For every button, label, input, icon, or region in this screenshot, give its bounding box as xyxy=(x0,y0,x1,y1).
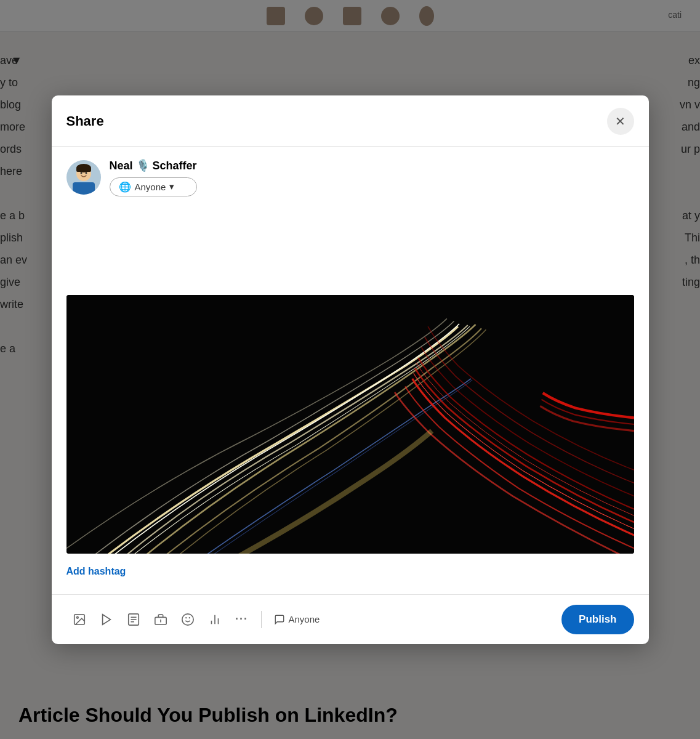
footer-toolbar: ··· Anyone xyxy=(66,607,560,632)
microphone-emoji: 🎙️ xyxy=(136,160,153,172)
modal-footer: ··· Anyone Publish xyxy=(52,594,649,644)
modal-title: Share xyxy=(66,113,104,129)
close-icon: ✕ xyxy=(615,114,626,129)
more-dots-icon: ··· xyxy=(235,613,248,626)
user-name: Neal 🎙️ Schaffer xyxy=(110,159,197,172)
globe-icon: 🌐 xyxy=(119,181,131,193)
add-hashtag-link[interactable]: Add hashtag xyxy=(66,566,126,577)
add-image-button[interactable] xyxy=(66,607,92,632)
user-avatar xyxy=(66,160,101,195)
create-poll-button[interactable] xyxy=(202,607,228,632)
audience-label: Anyone xyxy=(135,182,166,192)
footer-divider xyxy=(261,611,262,628)
footer-audience-label: Anyone xyxy=(289,614,320,624)
user-row: Neal 🎙️ Schaffer 🌐 Anyone ▾ xyxy=(66,159,634,196)
modal-overlay: Share ✕ xyxy=(0,0,700,739)
svg-rect-7 xyxy=(66,295,634,554)
dropdown-chevron-icon: ▾ xyxy=(169,181,174,192)
image-preview xyxy=(66,295,634,554)
add-video-button[interactable] xyxy=(94,607,119,632)
celebrate-button[interactable] xyxy=(175,607,201,632)
svg-rect-4 xyxy=(76,168,91,172)
user-info: Neal 🎙️ Schaffer 🌐 Anyone ▾ xyxy=(110,159,197,196)
audience-dropdown-button[interactable]: 🌐 Anyone ▾ xyxy=(110,177,197,196)
share-hiring-button[interactable] xyxy=(148,607,174,632)
svg-marker-10 xyxy=(102,614,110,624)
svg-point-6 xyxy=(85,172,87,174)
svg-point-17 xyxy=(182,613,193,624)
svg-point-5 xyxy=(80,172,82,174)
post-text-area[interactable] xyxy=(66,211,634,285)
modal-header: Share ✕ xyxy=(52,95,649,147)
modal-body: Neal 🎙️ Schaffer 🌐 Anyone ▾ xyxy=(52,147,649,594)
add-document-button[interactable] xyxy=(121,607,147,632)
more-options-button[interactable]: ··· xyxy=(229,607,255,632)
share-modal: Share ✕ xyxy=(52,95,649,644)
svg-rect-1 xyxy=(73,182,95,195)
close-button[interactable]: ✕ xyxy=(607,108,634,135)
footer-audience-selector[interactable]: Anyone xyxy=(268,610,326,629)
svg-point-9 xyxy=(76,616,78,618)
publish-button[interactable]: Publish xyxy=(561,605,634,634)
